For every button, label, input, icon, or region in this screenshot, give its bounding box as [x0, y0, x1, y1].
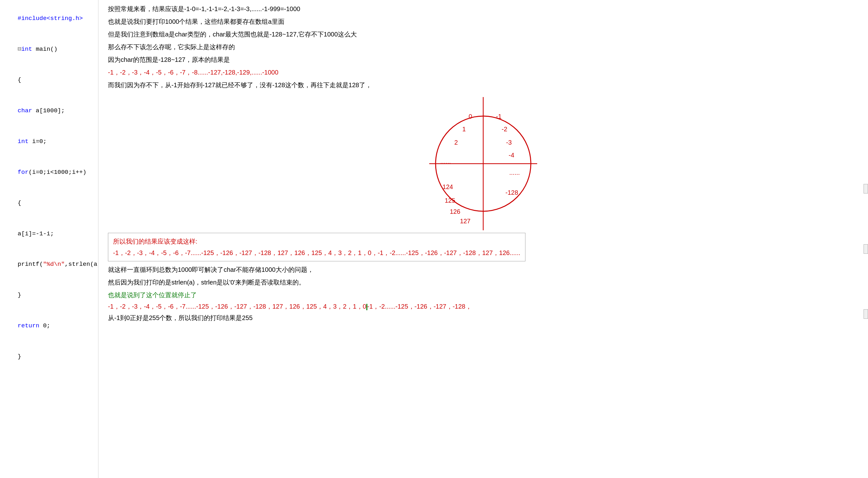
code-line-char: char a[1000];	[3, 96, 95, 126]
svg-text:......: ......	[509, 169, 520, 176]
code-line-brace4: }	[3, 341, 95, 372]
sequence1: -1，-2，-3，-4，-5，-6，-7......-125，-126，-127…	[113, 247, 520, 259]
diagram-container: 0 1 2 ...... 124 125 126 127 -1 -2 -3 -4…	[423, 97, 544, 224]
int-keyword2: int	[18, 138, 29, 145]
explanation-line9: 然后因为我们打印的是strlen(a)，strlen是以'0'来判断是否读取结束…	[108, 277, 859, 288]
code-line-printf: printf("%d\n",strlen(a));	[3, 249, 95, 280]
result-box: 所以我们的结果应该变成这样: -1，-2，-3，-4，-5，-6，-7.....…	[108, 233, 525, 261]
svg-text:125: 125	[445, 197, 455, 204]
scrollbar-bottom[interactable]	[864, 244, 868, 254]
svg-text:124: 124	[442, 183, 453, 190]
svg-text:......: ......	[440, 158, 451, 165]
explanation-panel: 按照常规来看，结果应该是-1-0=-1,-1-1=-2,-1-3=-3,....…	[98, 0, 868, 328]
svg-text:-1: -1	[496, 113, 502, 120]
int-keyword: int	[21, 46, 32, 53]
svg-text:127: 127	[460, 217, 470, 225]
right-panel-wrapper: 按照常规来看，结果应该是-1-0=-1,-1-1=-2,-1-3=-3,....…	[98, 0, 868, 478]
svg-text:-3: -3	[506, 139, 512, 146]
explanation-line7: 而我们因为存不下，从-1开始存到-127就已经不够了，没有-128这个数，再往下…	[108, 79, 859, 91]
explanation-line8: 就这样一直循环到总数为1000即可解决了char不能存储1000大小的问题，	[108, 264, 859, 275]
svg-text:2: 2	[454, 139, 458, 146]
collapse-icon: ⊟	[18, 46, 21, 53]
code-line-main: ⊟int main()	[3, 34, 95, 65]
code-line-brace1: {	[3, 65, 95, 96]
code-line-brace3: }	[3, 280, 95, 310]
explanation-line1: 按照常规来看，结果应该是-1-0=-1,-1-1=-2,-1-3=-3,....…	[108, 3, 859, 14]
char-overflow-diagram: 0 1 2 ...... 124 125 126 127 -1 -2 -3 -4…	[108, 97, 859, 224]
svg-text:1: 1	[462, 126, 466, 133]
include-keyword: #include<string.h>	[18, 15, 83, 22]
scrollbar-top[interactable]	[864, 184, 868, 194]
sequence2-rest: -1，-2......-125，-126，-127，-128，	[367, 303, 472, 310]
explanation-line6: -1，-2，-3，-4，-5，-6，-7，-8......-127,-128,-…	[108, 67, 859, 78]
explanation-line11: 从-1到0正好是255个数，所以我们的打印结果是255	[108, 312, 859, 323]
diagram-svg: 0 1 2 ...... 124 125 126 127 -1 -2 -3 -4…	[423, 97, 544, 230]
svg-text:0: 0	[469, 113, 472, 120]
scrollbar-third[interactable]	[864, 309, 868, 319]
code-line-for: for(i=0;i<1000;i++)	[3, 157, 95, 187]
svg-text:-4: -4	[508, 151, 514, 159]
sequence2-line: -1，-2，-3，-4，-5，-6，-7......-125，-126，-127…	[108, 301, 859, 312]
return-keyword: return	[18, 322, 39, 329]
code-line-assignment: a[i]=-1-i;	[3, 218, 95, 249]
result-section: 所以我们的结果应该变成这样: -1，-2，-3，-4，-5，-6，-7.....…	[108, 230, 859, 323]
result-label: 所以我们的结果应该变成这样:	[113, 236, 520, 247]
code-line-int: int i=0;	[3, 126, 95, 157]
char-keyword: char	[18, 107, 32, 114]
svg-text:-2: -2	[502, 126, 507, 133]
explanation-line2: 也就是说我们要打印1000个结果，这些结果都要存在数组a里面	[108, 16, 859, 27]
svg-text:126: 126	[450, 208, 460, 215]
explanation-line5: 因为char的范围是-128~127，原本的结果是	[108, 54, 859, 65]
printf-format: "%d\n"	[43, 261, 64, 268]
sequence2-text: -1，-2，-3，-4，-5，-6，-7......-125，-126，-127…	[108, 303, 366, 310]
explanation-line10: 也就是说到了这个位置就停止了	[108, 289, 859, 301]
code-line-return: return 0;	[3, 310, 95, 341]
code-line-brace2: {	[3, 187, 95, 218]
for-keyword: for	[18, 169, 29, 176]
code-line-include: #include<string.h>	[3, 3, 95, 34]
explanation-line4: 那么存不下该怎么存呢，它实际上是这样存的	[108, 41, 859, 53]
code-panel: #include<string.h> ⊟int main() { char a[…	[0, 0, 98, 478]
svg-text:-128: -128	[505, 189, 518, 196]
explanation-line3: 但是我们注意到数组a是char类型的，char最大范围也就是-128~127,它…	[108, 29, 859, 40]
